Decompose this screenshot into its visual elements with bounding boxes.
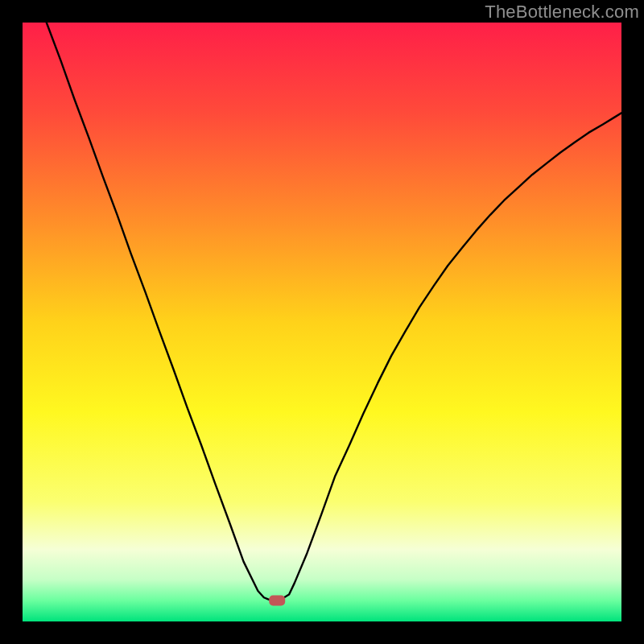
chart-frame	[23, 23, 621, 621]
chart-plot-area	[23, 23, 621, 621]
watermark-text: TheBottleneck.com	[485, 2, 639, 23]
curve-marker	[269, 595, 285, 605]
chart-background	[23, 23, 621, 621]
